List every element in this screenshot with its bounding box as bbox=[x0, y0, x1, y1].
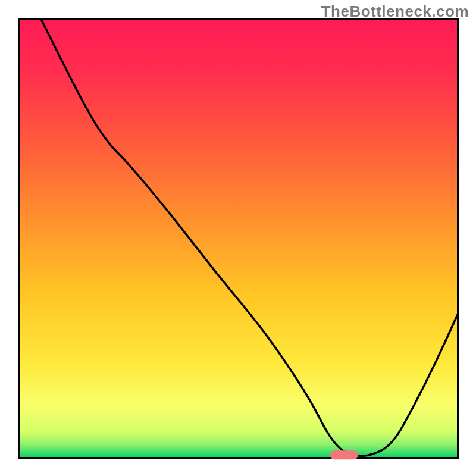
plot-background bbox=[19, 19, 458, 458]
chart-svg bbox=[0, 0, 476, 476]
chart-frame: TheBottleneck.com bbox=[0, 0, 476, 476]
nadir-marker bbox=[330, 450, 358, 459]
